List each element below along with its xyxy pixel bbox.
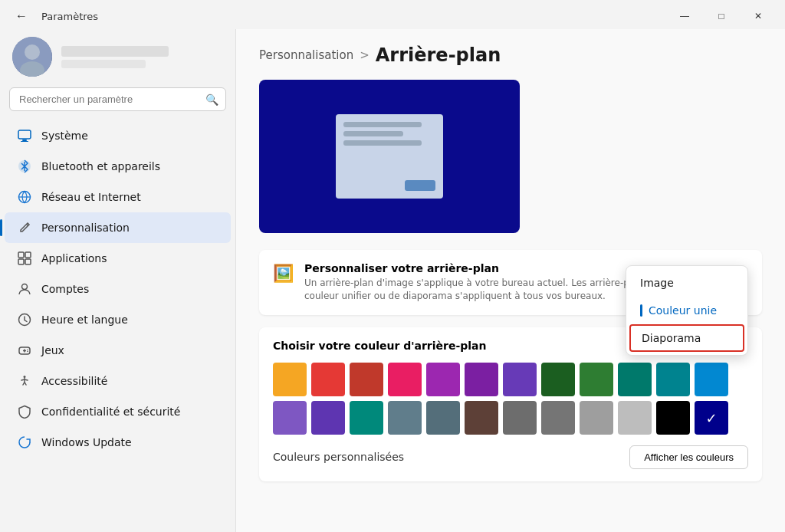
custom-colors-row: Couleurs personnalisées Afficher les cou… bbox=[273, 445, 748, 469]
svg-rect-5 bbox=[21, 141, 28, 142]
personalize-text: Personnaliser votre arrière-plan Un arri… bbox=[304, 262, 672, 303]
custom-colors-label: Couleurs personnalisées bbox=[273, 451, 404, 463]
confidentialite-icon bbox=[17, 404, 32, 419]
diaporama-option-label: Diaporama bbox=[642, 332, 701, 344]
preview-line-3 bbox=[343, 140, 422, 146]
sidebar-item-label-reseau: Réseau et Internet bbox=[41, 191, 141, 203]
sidebar-item-label-jeux: Jeux bbox=[41, 344, 64, 356]
image-option-label: Image bbox=[640, 277, 674, 289]
color-swatch-21[interactable] bbox=[618, 401, 652, 435]
avatar bbox=[12, 37, 52, 77]
color-swatch-20[interactable] bbox=[580, 401, 613, 435]
sidebar-item-jeux[interactable]: Jeux bbox=[5, 335, 231, 366]
profile-area[interactable] bbox=[0, 29, 235, 87]
back-button[interactable]: ← bbox=[9, 4, 34, 28]
personalize-icon: 🖼️ bbox=[273, 264, 294, 283]
breadcrumb-chevron: > bbox=[360, 48, 370, 62]
sidebar-item-applications[interactable]: Applications bbox=[5, 243, 231, 274]
sidebar-item-heure[interactable]: Heure et langue bbox=[5, 304, 231, 335]
accessibilite-icon bbox=[17, 373, 32, 389]
personalize-title: Personnaliser votre arrière-plan bbox=[304, 262, 672, 274]
color-swatch-19[interactable] bbox=[541, 401, 575, 435]
dropdown-item-image[interactable]: Image bbox=[626, 269, 747, 297]
svg-point-19 bbox=[27, 351, 28, 353]
windows_update-icon bbox=[17, 435, 32, 450]
close-button[interactable]: ✕ bbox=[741, 4, 776, 28]
color-swatch-9[interactable] bbox=[618, 363, 652, 396]
sidebar-item-reseau[interactable]: Réseau et Internet bbox=[5, 182, 231, 212]
color-swatch-4[interactable] bbox=[426, 363, 460, 396]
color-swatch-7[interactable] bbox=[541, 363, 575, 396]
color-swatch-8[interactable] bbox=[580, 363, 613, 396]
color-swatch-5[interactable] bbox=[465, 363, 498, 396]
color-swatch-22[interactable] bbox=[656, 401, 690, 435]
bluetooth-icon bbox=[17, 159, 32, 174]
sidebar-item-accessibilite[interactable]: Accessibilité bbox=[5, 366, 231, 396]
breadcrumb-current: Arrière-plan bbox=[376, 44, 501, 66]
preview-line-1 bbox=[343, 122, 422, 127]
sidebar-item-confidentialite[interactable]: Confidentialité et sécurité bbox=[5, 396, 231, 427]
preview-btn bbox=[405, 180, 435, 191]
color-swatch-1[interactable] bbox=[311, 363, 345, 396]
color-swatch-18[interactable] bbox=[503, 401, 537, 435]
breadcrumb: Personnalisation > Arrière-plan bbox=[259, 44, 762, 66]
color-swatch-3[interactable] bbox=[388, 363, 422, 396]
search-input[interactable] bbox=[9, 87, 226, 111]
window-title: Paramètres bbox=[41, 11, 98, 22]
color-swatch-6[interactable] bbox=[503, 363, 537, 396]
color-grid bbox=[273, 363, 748, 435]
color-swatch-12[interactable] bbox=[273, 401, 307, 435]
sidebar-item-label-comptes: Comptes bbox=[41, 283, 89, 295]
profile-name bbox=[61, 46, 169, 57]
afficher-couleurs-button[interactable]: Afficher les couleurs bbox=[629, 445, 748, 469]
color-swatch-2[interactable] bbox=[350, 363, 383, 396]
systeme-icon bbox=[17, 128, 32, 143]
svg-rect-11 bbox=[18, 259, 24, 264]
selected-indicator bbox=[640, 304, 642, 317]
sidebar-item-personnalisation[interactable]: Personnalisation bbox=[5, 212, 231, 243]
personalize-description: Un arrière-plan d'image s'applique à vot… bbox=[304, 277, 672, 303]
preview-window bbox=[336, 114, 443, 199]
heure-icon bbox=[17, 312, 32, 327]
sidebar-item-comptes[interactable]: Comptes bbox=[5, 274, 231, 304]
wallpaper-preview bbox=[259, 80, 520, 233]
profile-email bbox=[61, 60, 146, 68]
color-swatch-15[interactable] bbox=[388, 401, 422, 435]
sidebar-item-label-bluetooth: Bluetooth et appareils bbox=[41, 160, 160, 172]
maximize-button[interactable]: □ bbox=[704, 4, 739, 28]
color-swatch-13[interactable] bbox=[311, 401, 345, 435]
color-swatch-11[interactable] bbox=[695, 363, 728, 396]
sidebar-item-systeme[interactable]: Système bbox=[5, 120, 231, 151]
svg-point-13 bbox=[22, 284, 28, 290]
color-swatch-16[interactable] bbox=[426, 401, 460, 435]
sidebar-item-windows_update[interactable]: Windows Update bbox=[5, 427, 231, 458]
svg-point-20 bbox=[24, 376, 26, 378]
color-swatch-0[interactable] bbox=[273, 363, 307, 396]
main-content: Personnalisation > Arrière-plan 🖼️ Perso… bbox=[236, 29, 785, 532]
svg-point-1 bbox=[25, 44, 40, 60]
svg-point-18 bbox=[27, 350, 28, 351]
sidebar-item-bluetooth[interactable]: Bluetooth et appareils bbox=[5, 151, 231, 182]
color-swatch-17[interactable] bbox=[465, 401, 498, 435]
svg-rect-4 bbox=[22, 140, 27, 141]
minimize-button[interactable]: — bbox=[667, 4, 702, 28]
dropdown-item-diaporama[interactable]: Diaporama bbox=[629, 324, 744, 352]
color-swatch-14[interactable] bbox=[350, 401, 383, 435]
svg-rect-10 bbox=[25, 252, 31, 258]
preview-line-2 bbox=[343, 131, 403, 136]
sidebar-item-label-windows_update: Windows Update bbox=[41, 436, 132, 448]
search-box: 🔍 bbox=[9, 87, 226, 111]
sidebar-item-label-systeme: Système bbox=[41, 130, 88, 142]
reseau-icon bbox=[17, 189, 32, 205]
dropdown-item-couleur-unie[interactable]: Couleur unie bbox=[626, 297, 747, 324]
applications-icon bbox=[17, 251, 32, 266]
title-bar: ← Paramètres — □ ✕ bbox=[0, 0, 785, 29]
sidebar: 🔍 SystèmeBluetooth et appareilsRéseau et… bbox=[0, 29, 236, 532]
sidebar-item-label-applications: Applications bbox=[41, 252, 107, 264]
color-swatch-10[interactable] bbox=[656, 363, 690, 396]
color-swatch-23[interactable] bbox=[695, 401, 728, 435]
sidebar-item-label-personnalisation: Personnalisation bbox=[41, 222, 130, 234]
sidebar-item-label-heure: Heure et langue bbox=[41, 314, 128, 326]
svg-rect-12 bbox=[25, 259, 31, 264]
breadcrumb-parent: Personnalisation bbox=[259, 48, 353, 62]
